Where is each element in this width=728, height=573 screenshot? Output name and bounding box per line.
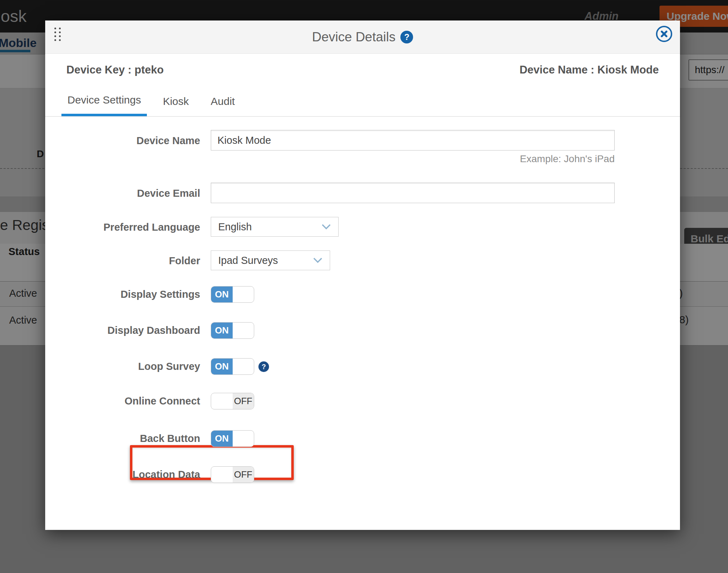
device-email-input[interactable]	[211, 183, 615, 203]
modal-header: Device Details ?	[45, 20, 680, 54]
back-button-label: Back Button	[45, 430, 200, 447]
folder-label: Folder	[45, 255, 200, 267]
device-details-modal: Device Details ? Device Key : pteko Devi…	[45, 20, 680, 530]
tab-audit[interactable]: Audit	[205, 86, 241, 116]
location-data-label: Location Data	[45, 466, 200, 483]
back-button-toggle[interactable]: ON	[211, 430, 254, 447]
title-help-icon[interactable]: ?	[400, 31, 413, 43]
modal-subheader: Device Key : pteko Device Name : Kiosk M…	[45, 54, 680, 86]
close-icon[interactable]	[656, 26, 672, 42]
display-dashboard-label: Display Dashboard	[45, 322, 200, 339]
online-connect-toggle[interactable]: OFF	[211, 393, 254, 409]
toggle-state-text: OFF	[233, 393, 254, 409]
chevron-down-icon	[313, 257, 323, 264]
device-name-hint: Example: John's iPad	[211, 153, 615, 165]
modal-tabs: Device Settings Kiosk Audit	[45, 86, 680, 117]
toggle-state-text: ON	[211, 323, 233, 338]
toggle-state-text: OFF	[233, 467, 254, 483]
display-settings-label: Display Settings	[45, 286, 200, 303]
device-name-input[interactable]	[211, 130, 615, 150]
tab-device-settings[interactable]: Device Settings	[61, 86, 147, 116]
folder-select[interactable]: Ipad Surveys	[211, 250, 330, 270]
preferred-language-select[interactable]: English	[211, 217, 339, 237]
toggle-state-text: ON	[211, 286, 233, 302]
loop-survey-toggle[interactable]: ON	[211, 358, 254, 375]
toggle-state-text: ON	[211, 431, 233, 447]
toggle-state-text: ON	[211, 359, 233, 374]
loop-survey-help-icon[interactable]: ?	[258, 361, 269, 372]
loop-survey-label: Loop Survey	[45, 358, 200, 375]
location-data-toggle[interactable]: OFF	[211, 466, 254, 483]
device-key-text: Device Key : pteko	[66, 54, 164, 86]
modal-title: Device Details	[312, 30, 395, 45]
device-email-label: Device Email	[45, 188, 200, 199]
preferred-language-value: English	[218, 221, 252, 233]
device-name-label: Device Name	[45, 135, 200, 147]
preferred-language-label: Preferred Language	[45, 221, 200, 233]
chevron-down-icon	[321, 224, 331, 230]
screen: osk Admin Upgrade Now Mobile D e Registr…	[0, 0, 728, 573]
device-name-text: Device Name : Kiosk Mode	[519, 54, 659, 86]
display-settings-toggle[interactable]: ON	[211, 286, 254, 303]
folder-value: Ipad Surveys	[218, 255, 278, 266]
online-connect-label: Online Connect	[45, 393, 200, 409]
display-dashboard-toggle[interactable]: ON	[211, 322, 254, 339]
tab-kiosk[interactable]: Kiosk	[157, 86, 195, 116]
x-glyph	[660, 30, 668, 38]
device-settings-form: Device Name Example: John's iPad Device …	[45, 117, 680, 530]
